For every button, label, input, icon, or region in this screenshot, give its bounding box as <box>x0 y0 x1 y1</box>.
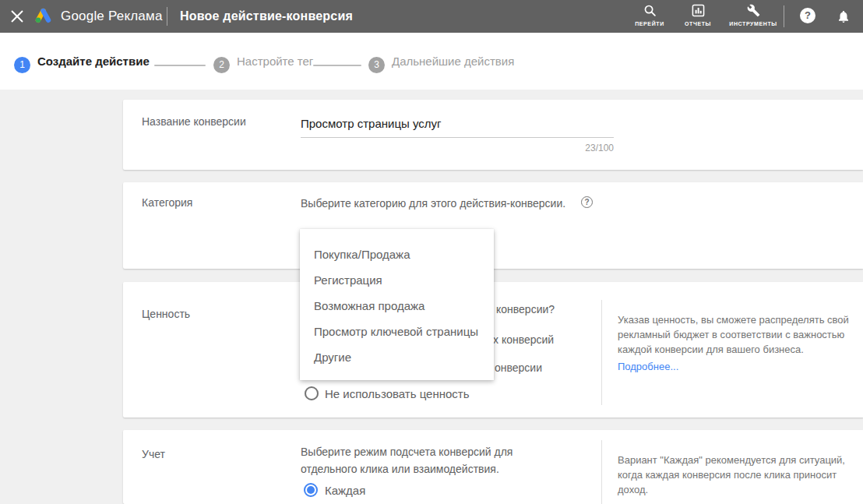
counting-help-note: Вариант "Каждая" рекомендуется для ситуа… <box>618 453 863 497</box>
header-divider-2 <box>784 5 784 27</box>
learn-more-link[interactable]: Подробнее... <box>618 361 678 372</box>
note-line: каждой конверсии для вашего бизнеса. <box>618 342 863 357</box>
note-line: рекламный бюджет в соответствии с важнос… <box>618 327 863 342</box>
search-icon <box>643 4 657 17</box>
card-divider <box>601 440 602 504</box>
step-3-circle[interactable]: 3 <box>368 57 385 73</box>
conversion-name-card: Название конверсии Просмотр страницы усл… <box>123 100 863 170</box>
step-1-circle[interactable]: 1 <box>14 57 30 73</box>
note-line: доход. <box>618 482 863 497</box>
header-divider <box>167 7 167 26</box>
no-value-radio[interactable] <box>305 386 319 400</box>
nav-go-label: ПЕРЕЙТИ <box>625 21 674 26</box>
tools-icon <box>747 4 760 17</box>
close-icon[interactable] <box>11 10 23 23</box>
dropdown-option-lead[interactable]: Возможная продажа <box>300 293 494 319</box>
every-conversion-radio[interactable] <box>304 483 318 497</box>
no-value-radio-label: Не использовать ценность <box>325 387 470 400</box>
note-line: Вариант "Каждая" рекомендуется для ситуа… <box>618 453 863 467</box>
step-connector <box>313 65 361 66</box>
step-1-label: Создайте действие <box>37 33 150 90</box>
note-line: Указав ценность, вы сможете распределять… <box>618 312 863 327</box>
category-help-icon[interactable]: ? <box>581 196 593 208</box>
help-icon[interactable]: ? <box>800 8 815 23</box>
dropdown-option-other[interactable]: Другие <box>300 344 494 370</box>
every-conversion-radio-label: Каждая <box>325 484 365 497</box>
covered-text-fragment: конверсии? <box>496 303 555 315</box>
counting-label: Учет <box>142 448 165 460</box>
notifications-bell-icon[interactable] <box>837 9 851 24</box>
nav-reports-label: ОТЧЕТЫ <box>675 21 720 26</box>
counting-description: Выберите режим подсчета конверсий для от… <box>301 443 513 478</box>
char-counter: 23/100 <box>301 143 614 153</box>
step-2-circle[interactable]: 2 <box>213 57 230 73</box>
description-line: Выберите режим подсчета конверсий для <box>301 443 513 460</box>
step-2-label: Настройте тег <box>237 33 313 90</box>
note-line: когда каждая конверсия после клика прино… <box>618 467 863 482</box>
conversion-name-input[interactable]: Просмотр страницы услуг <box>301 117 441 130</box>
counting-card: Учет Выберите режим подсчета конверсий д… <box>123 430 863 504</box>
covered-text-fragment: онверсии <box>495 361 542 374</box>
dropdown-option-signup[interactable]: Регистрация <box>300 267 494 293</box>
value-help-note: Указав ценность, вы сможете распределять… <box>618 312 863 357</box>
input-underline <box>301 137 614 138</box>
category-label: Категория <box>142 196 192 209</box>
dropdown-option-pageview[interactable]: Просмотр ключевой страницы <box>300 319 494 344</box>
nav-tools-label: ИНСТРУМЕНТЫ <box>722 21 784 26</box>
nav-tools-button[interactable]: ИНСТРУМЕНТЫ <box>722 0 784 33</box>
value-label: Ценность <box>142 308 190 320</box>
nav-reports-button[interactable]: ОТЧЕТЫ <box>675 0 720 33</box>
step-connector <box>154 65 206 66</box>
conversion-name-label: Название конверсии <box>142 115 246 128</box>
description-line: отдельного клика или взаимодействия. <box>301 460 513 478</box>
nav-go-button[interactable]: ПЕРЕЙТИ <box>625 0 674 33</box>
covered-text-fragment: х конверсий <box>493 333 554 346</box>
dropdown-option-purchase[interactable]: Покупка/Продажа <box>300 241 494 267</box>
google-ads-logo-icon <box>33 7 54 26</box>
reports-icon <box>692 4 705 17</box>
page-title: Новое действие-конверсия <box>180 0 353 33</box>
progress-stepper: 1 Создайте действие 2 Настройте тег 3 Да… <box>0 33 863 90</box>
brand-name: Google Реклама <box>61 0 163 33</box>
category-description: Выберите категорию для этого действия-ко… <box>301 197 565 210</box>
card-divider <box>601 300 602 405</box>
top-bar: Google Реклама Новое действие-конверсия … <box>0 0 863 33</box>
app-screen: Google Реклама Новое действие-конверсия … <box>0 0 863 504</box>
category-dropdown-menu: Покупка/Продажа Регистрация Возможная пр… <box>300 229 494 380</box>
step-3-label: Дальнейшие действия <box>392 33 514 90</box>
